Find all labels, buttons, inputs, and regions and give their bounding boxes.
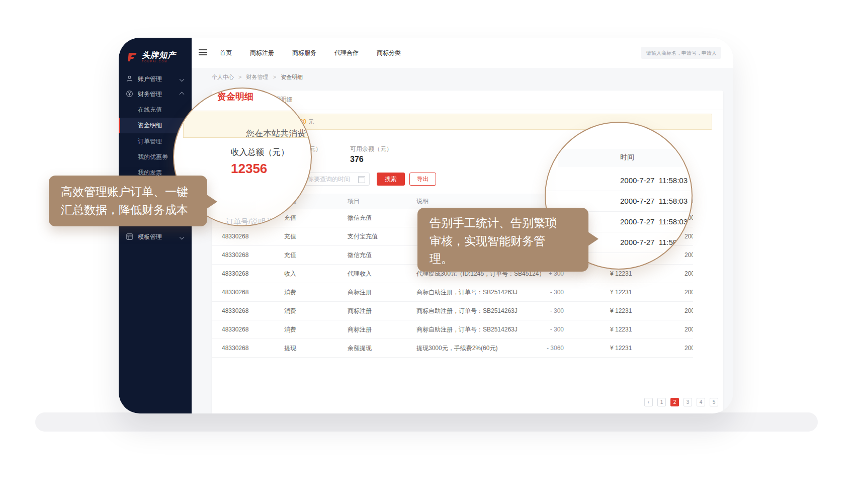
pagination-page-5[interactable]: 5 — [710, 398, 718, 406]
cell-type: 充值 — [284, 246, 296, 264]
cell-amount: - 3060 — [493, 339, 564, 357]
cell-time: 2000-7-27 11:58:03 — [685, 246, 693, 264]
magnified-tab-fragment: 资金明细 — [217, 91, 253, 103]
cell-time: 2000-7-27 11:58:03 — [685, 283, 693, 301]
cell-time: 2000-7-27 11:58:03 — [685, 265, 693, 283]
stat-available-label: 可用余额（元） — [350, 145, 392, 153]
sidebar-item-finance[interactable]: 财务管理 — [119, 87, 192, 102]
magnified-banner-text: 您在本站共消费 32124 元 — [232, 118, 312, 149]
cell-type: 消费 — [284, 283, 296, 301]
cell-project: 余额提现 — [348, 339, 372, 357]
header-desc: 说明 — [416, 194, 429, 209]
search-button[interactable]: 搜索 — [377, 173, 405, 186]
callout-left: 高效管理账户订单、一键 汇总数据，降低财务成本 — [49, 176, 207, 226]
pagination-prev[interactable]: ‹ — [644, 398, 653, 406]
table-row[interactable]: 48330268 提现 余额提现 提现3000元，手续费2%(60元) - 30… — [212, 339, 693, 358]
pagination-page-4[interactable]: 4 — [697, 398, 705, 406]
chevron-up-icon — [180, 92, 185, 97]
cell-amount: - 300 — [493, 283, 564, 301]
calendar-icon — [358, 176, 365, 183]
cell-type: 收入 — [284, 265, 296, 283]
header-project[interactable]: 项目 — [348, 194, 353, 209]
brand-tagline: TOUPAI.COM — [142, 60, 176, 63]
brand-logo-icon — [127, 51, 139, 63]
cell-order: 48330268 — [222, 320, 248, 339]
breadcrumb: 个人中心 > 财务管理 > 资金明细 — [192, 68, 733, 87]
template-icon — [126, 233, 133, 240]
cell-project: 商标注册 — [348, 302, 372, 320]
cell-balance: ¥ 12231 — [610, 302, 632, 320]
search-input[interactable] — [641, 47, 721, 59]
callout-arrow-icon — [207, 195, 217, 209]
user-icon — [126, 75, 133, 82]
table-row[interactable]: 48330268 消费 商标注册 商标自助注册，订单号：SB2514263J -… — [212, 302, 693, 320]
cell-type: 消费 — [284, 320, 296, 339]
pagination: ‹ 1 2 3 4 5 — [644, 398, 718, 406]
nav-item[interactable]: 商标服务 — [292, 49, 316, 57]
chevron-down-icon — [180, 235, 185, 240]
nav-item[interactable]: 代理合作 — [334, 49, 359, 57]
magnified-time-header: 时间 — [620, 153, 634, 162]
cell-desc: 提现3000元，手续费2%(60元) — [416, 339, 497, 357]
laptop-base — [35, 412, 818, 432]
cell-project: 商标注册 — [348, 283, 372, 301]
cell-order: 48330268 — [222, 302, 248, 320]
active-indicator — [119, 118, 120, 133]
cell-time: 2000-7-27 11:58:03 — [685, 227, 693, 245]
brand-name: 头牌知产 — [142, 51, 176, 60]
cell-project: 支付宝充值 — [348, 227, 378, 245]
cell-project: 微信充值 — [348, 246, 372, 264]
breadcrumb-item[interactable]: 个人中心 — [212, 74, 234, 80]
cell-project: 商标注册 — [348, 320, 372, 339]
table-row[interactable]: 48330268 消费 商标注册 商标自助注册，订单号：SB2514263J -… — [212, 283, 693, 302]
cell-type: 提现 — [284, 339, 296, 357]
chevron-down-icon — [180, 77, 185, 82]
menu-icon[interactable] — [199, 49, 207, 57]
breadcrumb-current: 资金明细 — [281, 74, 303, 80]
cell-order: 48330268 — [222, 227, 248, 245]
pagination-page-1[interactable]: 1 — [657, 398, 666, 406]
cell-time: 2000-7-27 11:58:03 — [685, 339, 693, 357]
magnified-time-row: 2000-7-27 11:58:03 — [546, 171, 692, 191]
top-navbar: 首页商标注册商标服务代理合作商标分类 — [192, 38, 733, 68]
nav-item[interactable]: 商标注册 — [250, 49, 274, 57]
sidebar-item-template[interactable]: 模板管理 — [119, 229, 192, 244]
breadcrumb-item[interactable]: 财务管理 — [246, 74, 269, 80]
cell-balance: ¥ 12231 — [610, 283, 632, 301]
cell-balance: ¥ 12231 — [610, 339, 632, 357]
sidebar-item-label: 财务管理 — [138, 87, 162, 102]
cell-order: 48330268 — [222, 283, 248, 301]
callout-arrow-icon — [588, 232, 599, 246]
nav-item[interactable]: 首页 — [220, 49, 232, 57]
marketing-screenshot: 头牌知产 TOUPAI.COM 账户管理 财务管理 在线充值 — [0, 0, 853, 504]
sidebar-item-label: 账户管理 — [138, 71, 162, 87]
cell-type: 消费 — [284, 302, 296, 320]
sidebar-item-account[interactable]: 账户管理 — [119, 71, 192, 87]
cell-time: 2000-7-27 11:58:03 — [685, 302, 693, 320]
cell-type: 充值 — [284, 227, 296, 245]
sidebar-subitem-recharge[interactable]: 在线充值 — [119, 102, 192, 118]
cell-amount: - 300 — [493, 320, 564, 339]
cell-order: 48330268 — [222, 246, 248, 264]
brand-logo[interactable]: 头牌知产 TOUPAI.COM — [127, 51, 176, 63]
cell-time: 2000-7-27 11:58:03 — [685, 320, 693, 339]
pagination-page-2-active[interactable]: 2 — [670, 398, 679, 406]
magnified-income-value: 12356 — [231, 161, 267, 177]
cell-order: 48330268 — [222, 265, 248, 283]
sidebar-item-label: 模板管理 — [138, 229, 162, 244]
nav-item[interactable]: 商标分类 — [377, 49, 401, 57]
export-button[interactable]: 导出 — [409, 173, 436, 186]
nav-menu: 首页商标注册商标服务代理合作商标分类 — [220, 38, 401, 68]
cell-order: 48330268 — [222, 339, 248, 357]
cell-project: 微信充值 — [348, 209, 372, 227]
callout-right: 告别手工统计、告别繁琐 审核，实现智能财务管 理。 — [417, 208, 588, 272]
finance-icon — [126, 90, 133, 98]
stat-available-value: 376 — [350, 155, 364, 164]
pagination-page-3[interactable]: 3 — [684, 398, 692, 406]
cell-amount: - 300 — [493, 302, 564, 320]
cell-project: 代理收入 — [348, 265, 372, 283]
cell-type: 充值 — [284, 209, 296, 227]
magnified-income-label: 收入总额（元） — [231, 147, 289, 158]
cell-balance: ¥ 12231 — [610, 320, 632, 339]
table-row[interactable]: 48330268 消费 商标注册 商标自助注册，订单号：SB2514263J -… — [212, 320, 693, 339]
